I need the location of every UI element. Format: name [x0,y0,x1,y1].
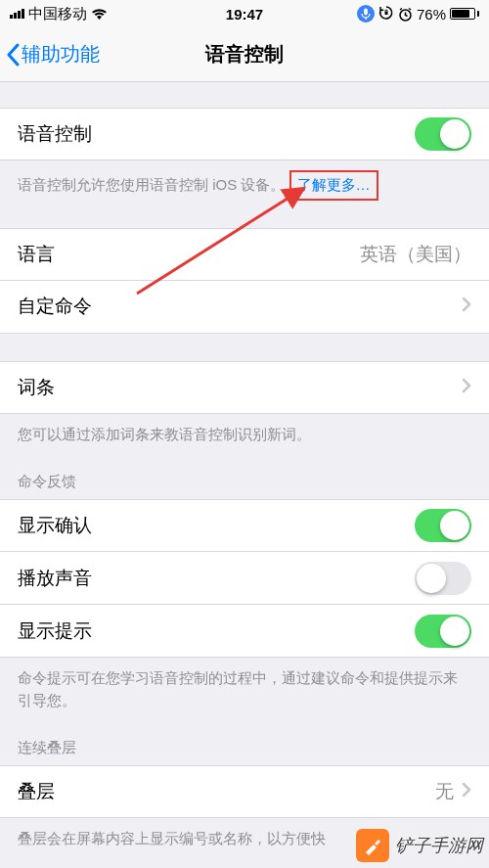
show-hints-label: 显示提示 [18,618,92,644]
feedback-footer: 命令提示可在您学习语音控制的过程中，通过建议命令和提供提示来引导您。 [0,658,489,711]
voice-control-label: 语音控制 [18,121,92,147]
show-confirmation-row: 显示确认 [0,499,489,552]
alarm-icon [398,7,413,22]
chevron-right-icon [462,296,471,317]
learn-more-link[interactable]: 了解更多… [289,170,378,201]
overlay-label: 叠层 [18,779,55,804]
play-sound-toggle[interactable] [415,562,471,595]
back-label: 辅助功能 [22,41,100,68]
voice-control-footer: 语音控制允许您使用语音控制 iOS 设备。 了解更多… [0,160,489,201]
play-sound-row: 播放声音 [0,552,489,605]
vocabulary-footer: 您可以通过添加词条来教语音控制识别新词。 [0,414,489,446]
watermark-logo-icon [356,829,389,862]
watermark-text: 铲子手游网 [395,834,483,857]
orientation-lock-icon [378,5,394,23]
status-bar: 中国移动 19:47 76% [0,0,489,27]
svg-rect-2 [384,12,387,15]
feedback-header: 命令反馈 [0,473,489,499]
play-sound-label: 播放声音 [18,566,92,591]
signal-icon [10,9,24,19]
battery-icon [450,8,479,20]
show-hints-row: 显示提示 [0,605,489,658]
page-title: 语音控制 [205,41,284,68]
language-value: 英语（美国） [360,242,471,267]
language-label: 语言 [18,242,55,267]
chevron-left-icon [6,43,20,67]
vocabulary-label: 词条 [18,375,55,400]
nav-bar: 辅助功能 语音控制 [0,27,489,82]
custom-commands-label: 自定命令 [18,294,92,319]
show-hints-toggle[interactable] [415,615,471,648]
vocabulary-row[interactable]: 词条 [0,361,489,414]
overlay-value: 无 [435,779,454,804]
language-row[interactable]: 语言 英语（美国） [0,228,489,281]
wifi-icon [91,8,108,21]
chevron-right-icon [462,781,471,802]
svg-rect-1 [364,9,368,16]
carrier-label: 中国移动 [28,5,87,23]
overlay-header: 连续叠层 [0,739,489,765]
show-confirmation-toggle[interactable] [415,509,471,542]
chevron-right-icon [462,377,471,398]
voice-control-toggle[interactable] [415,117,471,151]
battery-percent: 76% [417,6,446,23]
custom-commands-row[interactable]: 自定命令 [0,281,489,334]
back-button[interactable]: 辅助功能 [6,27,100,81]
show-confirmation-label: 显示确认 [18,513,92,538]
overlay-row[interactable]: 叠层 无 [0,765,489,818]
mic-icon [357,5,375,23]
watermark: 铲子手游网 [356,829,483,862]
voice-control-row: 语音控制 [0,108,489,160]
